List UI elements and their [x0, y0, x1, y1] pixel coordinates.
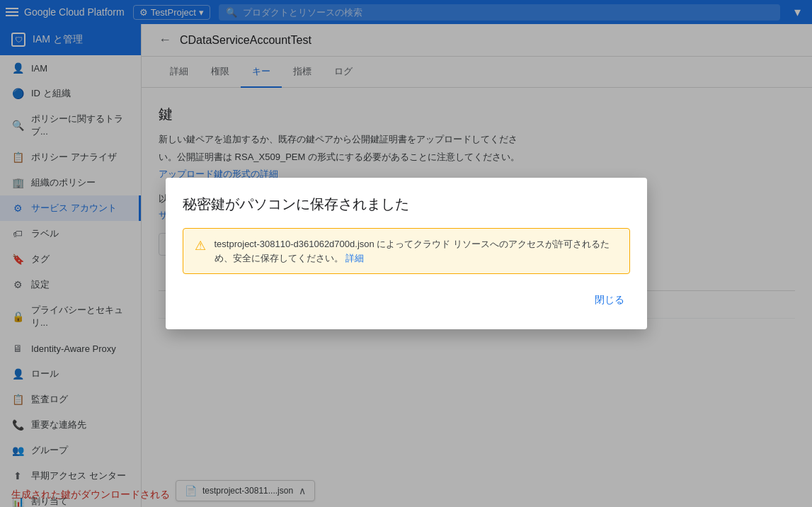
dialog-overlay: 秘密鍵がパソコンに保存されました ⚠ testproject-308110-d3… [0, 0, 812, 507]
dialog-warning-text: testproject-308110-d361062d700d.json によっ… [215, 237, 618, 265]
dialog-close-button[interactable]: 閉じる [589, 288, 630, 312]
warning-triangle-icon: ⚠ [195, 238, 206, 254]
dialog-actions: 閉じる [183, 288, 630, 312]
dialog-warning-box: ⚠ testproject-308110-d361062d700d.json に… [183, 228, 630, 274]
dialog-title: 秘密鍵がパソコンに保存されました [183, 195, 630, 214]
secret-key-dialog: 秘密鍵がパソコンに保存されました ⚠ testproject-308110-d3… [166, 178, 647, 329]
dialog-warning-link[interactable]: 詳細 [345, 253, 364, 263]
